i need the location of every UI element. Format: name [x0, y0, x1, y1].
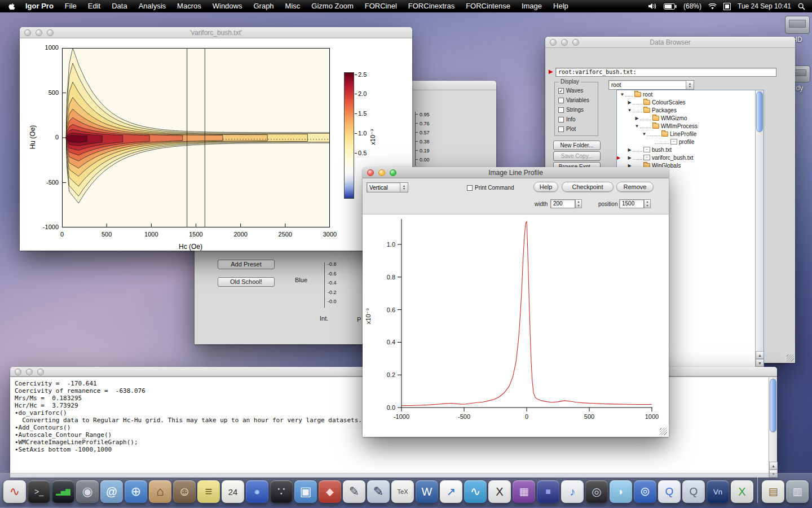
- disclosure-triangle-icon[interactable]: ▼: [619, 92, 625, 97]
- tree-row-variforc-bush-txt[interactable]: ▶▶~variforc_bush.txt: [617, 154, 764, 161]
- dock-icon-red-app[interactable]: ◆: [319, 480, 341, 503]
- dock-icon-blue-tile-app[interactable]: ■: [537, 480, 559, 503]
- tree-scroll-up-icon[interactable]: ▲: [756, 351, 764, 359]
- dock-icon-terminal[interactable]: >_: [28, 480, 50, 503]
- disclosure-triangle-icon[interactable]: ▼: [634, 124, 640, 129]
- dock-icon-excel[interactable]: X: [488, 480, 511, 503]
- tree-row-root[interactable]: ▼root: [617, 90, 764, 98]
- checkpoint-button[interactable]: Checkpoint: [562, 182, 614, 192]
- profile-resize-grip[interactable]: [660, 428, 667, 435]
- tree-row-wmimprocess[interactable]: ▼WMImProcess: [617, 122, 764, 130]
- tree-row-profile[interactable]: ~profile: [617, 138, 764, 146]
- display-checkbox-variables[interactable]: Variables: [558, 97, 589, 103]
- menu-item-data[interactable]: Data: [106, 0, 133, 12]
- menu-item-file[interactable]: File: [59, 0, 82, 12]
- dock-icon-x11[interactable]: X: [731, 480, 753, 503]
- checkbox-box[interactable]: [558, 117, 564, 122]
- display-checkbox-plot[interactable]: Plot: [558, 126, 576, 132]
- profile-window-buttons[interactable]: [367, 169, 396, 176]
- dock-icon-wave-app[interactable]: ∿: [464, 480, 487, 503]
- dock-icon-quicktime[interactable]: Q: [658, 480, 681, 503]
- menu-item-misc[interactable]: Misc: [280, 0, 306, 12]
- dock-icon-stickies[interactable]: ≡: [197, 480, 220, 503]
- disclosure-triangle-icon[interactable]: ▶: [626, 100, 633, 105]
- menu-item-graph[interactable]: Graph: [248, 0, 279, 12]
- checkbox-box[interactable]: [558, 126, 564, 132]
- tree-row-wmgizmo[interactable]: ▶WMGizmo: [617, 114, 764, 122]
- apple-menu[interactable]: [0, 2, 20, 11]
- dock-icon-mail[interactable]: @: [100, 480, 123, 503]
- console-scrollbar[interactable]: ▲ ▼: [769, 377, 777, 478]
- data-browser-window-buttons[interactable]: [550, 39, 579, 46]
- position-stepper[interactable]: ▲▼: [644, 199, 651, 208]
- tree-scroll-down-icon[interactable]: ▼: [756, 359, 764, 367]
- width-field[interactable]: 200: [550, 199, 575, 208]
- menu-item-help[interactable]: Help: [548, 0, 574, 12]
- tree-row-lineprofile[interactable]: ▼LineProfile: [617, 130, 764, 138]
- help-button[interactable]: Help: [533, 182, 558, 192]
- disclosure-triangle-icon[interactable]: ▶: [634, 116, 640, 121]
- dock-icon-igor-pro[interactable]: ∿: [3, 480, 26, 503]
- menu-item-windows[interactable]: Windows: [207, 0, 248, 12]
- profile-window-titlebar[interactable]: Image Line Profile: [363, 167, 669, 178]
- data-browser-titlebar[interactable]: Data Browser: [545, 37, 795, 48]
- volume-icon[interactable]: [648, 3, 657, 10]
- folder-popup[interactable]: root ▲▼: [608, 80, 694, 90]
- display-checkbox-info[interactable]: Info: [558, 116, 576, 122]
- dock-icon-word[interactable]: W: [416, 480, 438, 503]
- dock-icon-puzzle-app[interactable]: ▦: [513, 480, 535, 503]
- menu-item-gizmo-zoom[interactable]: Gizmo Zoom: [306, 0, 359, 12]
- dock-icon-ink-app[interactable]: ✎: [367, 480, 390, 503]
- width-stepper[interactable]: ▲▼: [575, 199, 582, 208]
- dock-icon-aperture[interactable]: ◎: [585, 480, 608, 503]
- tree-row-bush-txt[interactable]: ▶~bush.txt: [617, 146, 764, 154]
- menu-item-macros[interactable]: Macros: [171, 0, 207, 12]
- console-scrollbar-thumb[interactable]: [770, 379, 776, 432]
- dock-icon-blue-orb-app[interactable]: ●: [246, 480, 268, 503]
- data-browser-resize-grip[interactable]: [787, 354, 794, 362]
- menu-item-image[interactable]: Image: [516, 0, 548, 12]
- profile-plot-area[interactable]: 0.00.20.40.60.81.0-1000-50005001000x10⁻⁹: [363, 214, 669, 437]
- menu-item-forcintense[interactable]: FORCintense: [460, 0, 516, 12]
- print-command-checkbox-box[interactable]: [467, 185, 473, 191]
- save-copy-button[interactable]: Save Copy...: [553, 151, 601, 161]
- console-scroll-up-icon[interactable]: ▲: [769, 462, 778, 470]
- command-window-buttons[interactable]: [15, 369, 44, 375]
- dock-icon-photo-booth[interactable]: ☺: [173, 480, 196, 503]
- forc-window-buttons[interactable]: [24, 29, 54, 36]
- tree-row-packages[interactable]: ▼Packages: [617, 106, 764, 114]
- checkbox-box[interactable]: [558, 98, 564, 103]
- dock-icon-ical[interactable]: 24: [222, 480, 244, 503]
- dock-icon-safari[interactable]: ⊕: [125, 480, 147, 503]
- dock-icon-itunes[interactable]: ♪: [561, 480, 584, 503]
- dock-icon-latex-app[interactable]: TeX: [391, 480, 414, 503]
- dock-icon-clipboard[interactable]: ▤: [762, 480, 784, 503]
- tree-row-colourscales[interactable]: ▶ColourScales: [617, 98, 764, 106]
- old-school-button[interactable]: Old School!: [218, 277, 275, 287]
- forc-diagram-window[interactable]: 'variforc_bush.txt' Hu (Oe) Hc (Oe) x10⁻…: [20, 27, 412, 251]
- spotlight-icon[interactable]: [798, 3, 805, 10]
- menu-item-forcinextras[interactable]: FORCinextras: [403, 0, 460, 12]
- input-menu-icon[interactable]: [723, 3, 731, 10]
- dock-icon-pen-app[interactable]: ✎: [343, 480, 365, 503]
- position-field[interactable]: 1500: [619, 199, 644, 208]
- dock-icon-network-globe[interactable]: ⊚: [634, 480, 656, 503]
- menu-item-edit[interactable]: Edit: [82, 0, 106, 12]
- disclosure-triangle-icon[interactable]: ▼: [641, 132, 647, 137]
- menu-item-igor-pro[interactable]: Igor Pro: [20, 0, 59, 12]
- dock-icon-vnc[interactable]: Vn: [707, 480, 729, 503]
- current-path-field[interactable]: root:variforc_bush.txt:: [555, 68, 776, 77]
- new-folder-button[interactable]: New Folder...: [553, 141, 601, 150]
- battery-icon[interactable]: [664, 3, 677, 10]
- dock-icon-ichat[interactable]: ◗: [610, 480, 632, 503]
- tree-scrollbar[interactable]: ▲ ▼: [755, 90, 764, 367]
- dock-icon-preview[interactable]: ▣: [294, 480, 317, 503]
- dock-icon-trash[interactable]: ▥: [786, 480, 809, 503]
- disclosure-triangle-icon[interactable]: ▶: [626, 155, 633, 160]
- dock-icon-activity-monitor[interactable]: ▂▅▇: [52, 480, 74, 503]
- print-command-checkbox[interactable]: Print Command: [467, 185, 514, 191]
- menu-item-forcinel[interactable]: FORCinel: [359, 0, 403, 12]
- dock-icon-quicksilver[interactable]: Q: [682, 480, 705, 503]
- forc-plot-frame[interactable]: [62, 48, 330, 227]
- forc-window-titlebar[interactable]: 'variforc_bush.txt': [20, 27, 412, 38]
